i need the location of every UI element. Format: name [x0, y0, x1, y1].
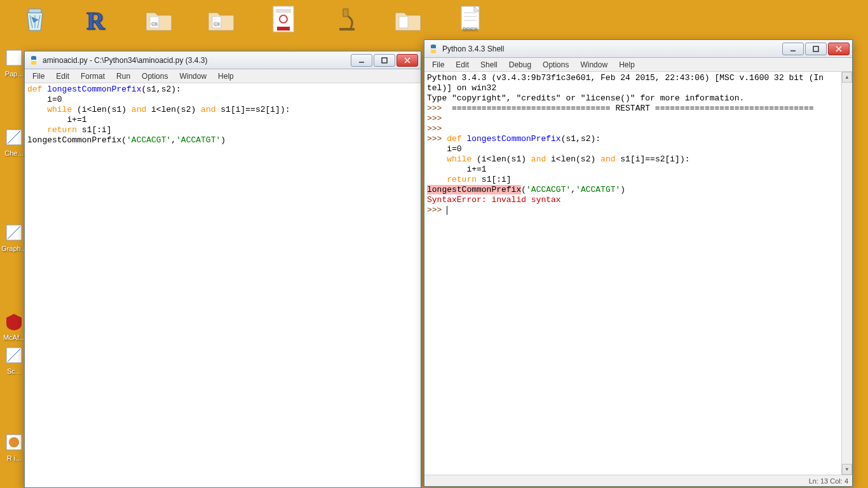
shell-menu-file[interactable]: File: [427, 59, 449, 71]
python-icon: [29, 55, 39, 65]
prompt: >>>: [427, 134, 447, 144]
func-name: longestCommonPrefix: [466, 134, 560, 144]
shell-maximize-button[interactable]: [805, 43, 827, 55]
kw-and-1: and: [132, 105, 146, 114]
str-2: 'ACCATGT': [176, 135, 220, 145]
shell-output-area[interactable]: Python 3.4.3 (v3.4.3:9b73f1c3e601, Feb 2…: [424, 72, 852, 475]
code-line-4: i+=1: [27, 115, 87, 125]
text-cursor: [447, 206, 447, 215]
python-shell-window[interactable]: Python 3.4.3 Shell File Edit Shell Debug…: [424, 39, 853, 487]
editor-menu-file[interactable]: File: [27, 71, 50, 82]
shell-title-text: Python 3.4.3 Shell: [442, 44, 782, 53]
prompt: >>>: [427, 205, 447, 215]
kw-return: return: [47, 125, 77, 135]
editor-title-text: aminoacid.py - C:\Python34\aminoacid.py …: [43, 56, 351, 65]
svg-rect-11: [399, 17, 408, 28]
folder-1-icon[interactable]: CX: [133, 4, 184, 36]
scroll-up-arrow-icon[interactable]: ▲: [842, 72, 852, 83]
prompt: >>>: [427, 124, 447, 133]
scroll-down-arrow-icon[interactable]: ▼: [842, 464, 852, 475]
shell-menu-edit[interactable]: Edit: [451, 59, 474, 71]
svg-text:CX: CX: [151, 22, 158, 26]
highlighted-call-name: longestCommonPrefix: [427, 185, 521, 194]
cursor-position-text: Ln: 13 Col: 4: [809, 477, 848, 485]
prompt: >>>: [427, 104, 447, 113]
shell-minimize-button[interactable]: [782, 43, 804, 55]
editor-minimize-button[interactable]: [351, 54, 372, 67]
kw-def: def: [447, 134, 466, 144]
svg-text:DOCX: DOCX: [463, 26, 478, 32]
docx-file-icon[interactable]: DOCX: [445, 4, 496, 36]
kw-while: while: [47, 105, 77, 114]
svg-rect-0: [29, 9, 41, 13]
shell-menu-window[interactable]: Window: [575, 59, 613, 71]
editor-menu-help[interactable]: Help: [213, 71, 239, 82]
str-1: 'ACCACGT': [126, 135, 171, 145]
editor-close-button[interactable]: [397, 54, 418, 67]
shell-statusbar: Ln: 13 Col: 4: [424, 475, 852, 486]
kw-def: def: [27, 85, 47, 94]
shell-line-inc: i+=1: [427, 165, 487, 174]
svg-text:CX: CX: [214, 22, 220, 26]
editor-code-area[interactable]: def longestCommonPrefix(s1,s2): i=0 whil…: [25, 83, 421, 487]
r-app-icon[interactable]: R: [71, 4, 122, 36]
editor-menu-window[interactable]: Window: [174, 71, 212, 82]
editor-titlebar[interactable]: aminoacid.py - C:\Python34\aminoacid.py …: [25, 51, 421, 69]
svg-rect-7: [276, 9, 291, 13]
shell-titlebar[interactable]: Python 3.4.3 Shell: [424, 40, 852, 58]
svg-rect-9: [277, 27, 290, 30]
python-icon: [428, 44, 438, 54]
idle-editor-window[interactable]: aminoacid.py - C:\Python34\aminoacid.py …: [24, 51, 421, 488]
shell-menu-shell[interactable]: Shell: [475, 59, 503, 71]
svg-rect-10: [339, 28, 355, 30]
editor-menu-options[interactable]: Options: [137, 71, 173, 82]
microscope-icon[interactable]: [320, 4, 371, 36]
shell-vertical-scrollbar[interactable]: ▲ ▼: [841, 72, 852, 475]
svg-text:R: R: [86, 6, 105, 34]
editor-menubar: File Edit Format Run Options Window Help: [25, 69, 421, 83]
editor-maximize-button[interactable]: [374, 54, 395, 67]
code-line-2: i=0: [27, 95, 62, 104]
shell-menu-debug[interactable]: Debug: [504, 59, 536, 71]
banner-line-1: Python 3.4.3 (v3.4.3:9b73f1c3e601, Feb 2…: [427, 73, 824, 83]
shell-line-i: i=0: [427, 144, 462, 154]
prompt: >>>: [427, 114, 447, 123]
shell-menubar: File Edit Shell Debug Options Window Hel…: [424, 58, 852, 72]
editor-menu-run[interactable]: Run: [111, 71, 135, 82]
editor-menu-format[interactable]: Format: [76, 71, 110, 82]
banner-line-2: tel)] on win32: [427, 83, 496, 93]
svg-rect-17: [6, 50, 22, 65]
kw-while: while: [427, 154, 477, 164]
shell-close-button[interactable]: [828, 43, 850, 55]
banner-line-3: Type "copyright", "credits" or "license(…: [427, 93, 744, 103]
svg-rect-26: [813, 46, 818, 51]
func-sig: (s1,s2):: [141, 85, 180, 94]
restart-line: ================================ RESTART…: [447, 104, 813, 113]
kw-and-2: and: [201, 105, 215, 114]
svg-rect-24: [382, 58, 387, 63]
shell-menu-options[interactable]: Options: [538, 59, 574, 71]
kw-return: return: [447, 175, 477, 184]
folder-2-icon[interactable]: CX: [196, 4, 247, 36]
syntax-error-text: SyntaxError: invalid syntax: [427, 195, 561, 205]
func-name: longestCommonPrefix: [47, 85, 141, 94]
folder-3-icon[interactable]: [383, 4, 433, 36]
recycle-bin-icon[interactable]: [10, 4, 60, 36]
shell-menu-help[interactable]: Help: [614, 59, 640, 71]
editor-menu-edit[interactable]: Edit: [51, 71, 74, 82]
svg-point-22: [9, 437, 19, 447]
pdf-file-icon[interactable]: [258, 4, 309, 36]
